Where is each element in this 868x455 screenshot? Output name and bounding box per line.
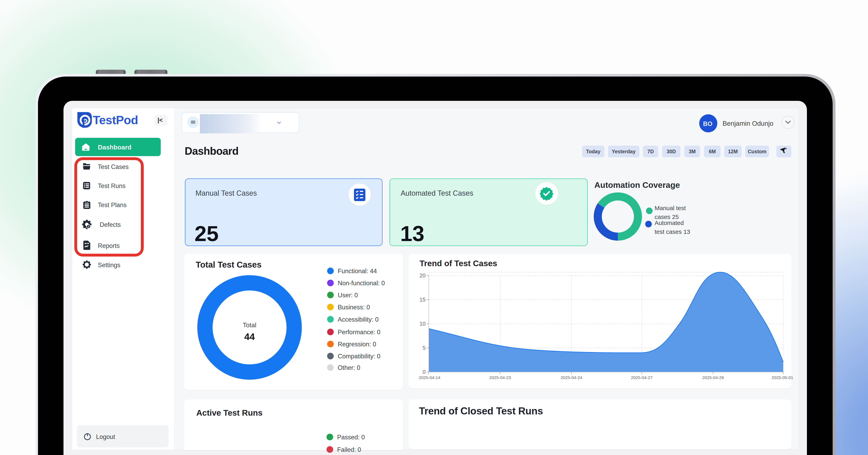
svg-text:2025-04-24: 2025-04-24 xyxy=(561,375,582,380)
svg-text:15: 15 xyxy=(420,297,426,303)
svg-text:2025-04-29: 2025-04-29 xyxy=(702,375,724,380)
svg-text:5: 5 xyxy=(423,345,426,351)
svg-text:0: 0 xyxy=(423,369,426,375)
svg-text:2025-04-23: 2025-04-23 xyxy=(489,375,511,380)
svg-text:10: 10 xyxy=(420,321,426,327)
svg-text:2025-04-27: 2025-04-27 xyxy=(631,375,652,380)
svg-text:2025-04-14: 2025-04-14 xyxy=(419,375,440,380)
svg-text:20: 20 xyxy=(420,272,426,279)
svg-text:2025-05-01: 2025-05-01 xyxy=(772,375,793,380)
